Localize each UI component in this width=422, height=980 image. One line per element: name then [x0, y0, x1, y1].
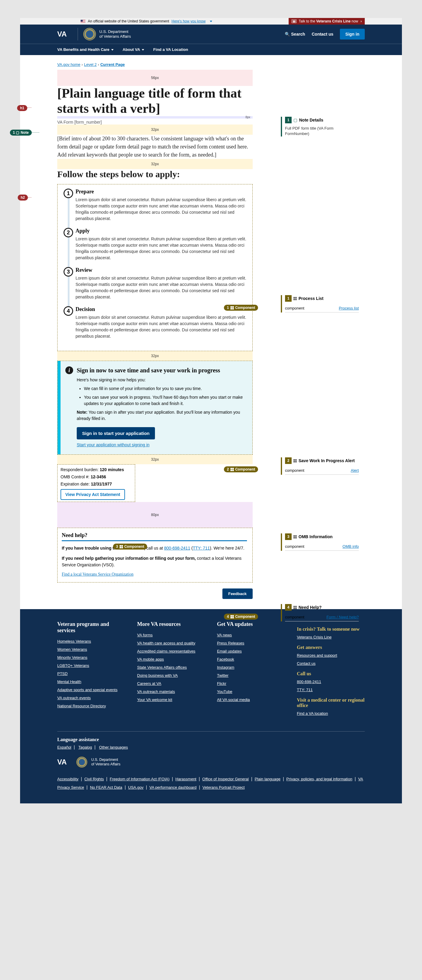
footer-link[interactable]: Women Veterans: [57, 647, 125, 652]
footer-link[interactable]: VA outreach events: [57, 696, 125, 700]
spacer-yellow: 32px: [57, 351, 253, 361]
step-title: Decision: [75, 306, 247, 312]
contact-link[interactable]: Contact us: [312, 32, 333, 37]
footer-link[interactable]: VA outreach materials: [137, 689, 205, 694]
footer-link[interactable]: Freedom of Information Act (FOIA): [110, 777, 169, 781]
footer-link[interactable]: Civil Rights: [84, 777, 104, 781]
step-body: Lorem ipsum dolor sit amet consectetur. …: [75, 314, 247, 339]
step-title: Review: [75, 267, 247, 273]
crisis-prefix: Talk to the: [299, 19, 315, 23]
signin-start-button[interactable]: Sign in to start your application: [77, 427, 155, 439]
footer-link[interactable]: National Resource Directory: [57, 704, 125, 708]
help-phone-link[interactable]: 800-698-2411: [164, 546, 190, 550]
breadcrumb-l1[interactable]: VA.gov home: [57, 62, 80, 67]
side-process-list: 1Process List componentProcess list: [281, 295, 359, 312]
side-link[interactable]: Form / Need help?: [326, 615, 359, 619]
footer-link[interactable]: Adaptive sports and special events: [57, 687, 125, 692]
nav-about[interactable]: About VA: [123, 47, 144, 52]
footer-link[interactable]: PTSD: [57, 671, 125, 676]
alert-bullet: We can fill in some of your information …: [84, 385, 245, 392]
footer-link[interactable]: Other languages: [99, 745, 128, 749]
need-help-p1: If you have trouble using this online fo…: [62, 545, 247, 551]
omb-exp: 12/31/1977: [91, 482, 112, 487]
footer-link[interactable]: Careers at VA: [137, 681, 205, 686]
footer-link[interactable]: TTY: 711: [297, 687, 365, 692]
footer-visit-h: Visit a medical center or regional offic…: [297, 697, 365, 708]
footer-link[interactable]: Homeless Veterans: [57, 639, 125, 644]
omb-ctrl: 12-3456: [91, 474, 106, 479]
footer-link[interactable]: Press Releases: [217, 641, 285, 645]
chevron-down-icon: [111, 49, 113, 51]
footer-link[interactable]: Office of Inspector General: [202, 777, 249, 781]
va-seal-icon: [83, 28, 96, 40]
footer-link[interactable]: Flickr: [217, 681, 285, 686]
footer-link[interactable]: YouTube: [217, 689, 285, 694]
footer-link[interactable]: Privacy, policies, and legal information: [286, 777, 352, 781]
breadcrumb: VA.gov home›Level 2›Current Page: [57, 62, 365, 67]
footer-link[interactable]: LGBTQ+ Veterans: [57, 663, 125, 668]
side-link[interactable]: Alert: [351, 468, 359, 473]
footer-link[interactable]: Resources and support: [297, 653, 365, 658]
need-help-p2: If you need help gathering your informat…: [62, 555, 247, 568]
footer-link[interactable]: Español: [57, 745, 71, 749]
footer-link[interactable]: Mental Health: [57, 679, 125, 684]
footer-link[interactable]: Harassment: [175, 777, 196, 781]
omb-burden: 120 minutes: [100, 467, 124, 472]
crisis-line-banner[interactable]: ☎ Talk to the Veterans Crisis Line now ›: [289, 18, 365, 25]
chevron-down-icon: [210, 21, 212, 22]
nav-find[interactable]: Find a VA Location: [153, 47, 188, 52]
help-tty-link[interactable]: TTY: 711: [193, 546, 210, 550]
breadcrumb-l2[interactable]: Level 2: [84, 62, 96, 67]
footer-link[interactable]: Your VA welcome kit: [137, 697, 205, 702]
start-without-signin-link[interactable]: Start your application without signing i…: [77, 442, 245, 447]
privacy-act-button[interactable]: View Privacy Act Statement: [61, 489, 125, 500]
footer-link[interactable]: VA health care access and quality: [137, 641, 205, 645]
footer-link[interactable]: Veterans Portrait Project: [202, 785, 245, 790]
footer-link[interactable]: Accessibility: [57, 777, 78, 781]
footer-link[interactable]: Doing business with VA: [137, 673, 205, 678]
lang-assist-heading: Language assistance: [57, 737, 365, 742]
site-header: VA U.S. Department of Veterans Affairs 🔍…: [20, 25, 402, 44]
side-link[interactable]: OMB info: [342, 544, 359, 549]
primary-nav: VA Benefits and Health Care About VA Fin…: [20, 44, 402, 55]
footer-link[interactable]: USA.gov: [128, 785, 144, 790]
feedback-button[interactable]: Feedback: [222, 589, 253, 599]
footer-link[interactable]: VA news: [217, 633, 285, 637]
footer-link[interactable]: Instagram: [217, 665, 285, 670]
find-vso-link[interactable]: Find a local Veterans Service Organizati…: [62, 572, 133, 576]
process-step: 2ApplyLorem ipsum dolor sit amet consect…: [64, 228, 247, 267]
gov-banner-link[interactable]: Here's how you know: [171, 19, 206, 23]
footer-link[interactable]: VA performance dashboard: [149, 785, 196, 790]
footer-link[interactable]: State Veterans Affairs offices: [137, 665, 205, 670]
footer-col2-h: More VA resources: [137, 621, 205, 627]
footer-link[interactable]: Veterans Crisis Line: [297, 635, 365, 640]
side-omb: 3OMB Information componentOMB info: [281, 533, 359, 551]
footer-link[interactable]: Twitter: [217, 673, 285, 678]
footer-link[interactable]: VA forms: [137, 633, 205, 637]
omb-burden-label: Respondent burden:: [61, 467, 99, 472]
footer-link[interactable]: Tagalog: [78, 745, 92, 749]
va-seal-footer: [77, 757, 87, 767]
footer-link[interactable]: 800-698-2411: [297, 679, 365, 684]
footer-link[interactable]: Email updates: [217, 649, 285, 654]
signin-button[interactable]: Sign in: [340, 29, 365, 40]
footer-link[interactable]: Minority Veterans: [57, 655, 125, 660]
footer-link[interactable]: Plain language: [255, 777, 281, 781]
dept-text: U.S. Department of Veterans Affairs: [99, 29, 131, 38]
footer-link[interactable]: No FEAR Act Data: [90, 785, 122, 790]
side-need-help: 4Need Help? componentForm / Need help?: [281, 604, 359, 621]
step-body: Lorem ipsum dolor sit amet consectetur. …: [75, 236, 247, 261]
search-link[interactable]: 🔍 Search: [285, 32, 305, 37]
footer-link[interactable]: Facebook: [217, 657, 285, 662]
footer-link[interactable]: VA mobile apps: [137, 657, 205, 662]
breadcrumb-current[interactable]: Current Page: [101, 62, 125, 67]
footer-link[interactable]: Find a VA location: [297, 711, 365, 716]
footer-link[interactable]: Accredited claims representatives: [137, 649, 205, 654]
nav-benefits[interactable]: VA Benefits and Health Care: [57, 47, 113, 52]
side-sip-alert: 2Save Work In Progress Alert componentAl…: [281, 457, 359, 475]
steps-heading: Follow the steps below to apply:: [57, 169, 253, 179]
footer-link[interactable]: All VA social media: [217, 697, 285, 702]
va-logo[interactable]: VA: [57, 30, 67, 38]
side-link[interactable]: Process list: [339, 306, 359, 310]
footer-link[interactable]: Contact us: [297, 661, 365, 666]
